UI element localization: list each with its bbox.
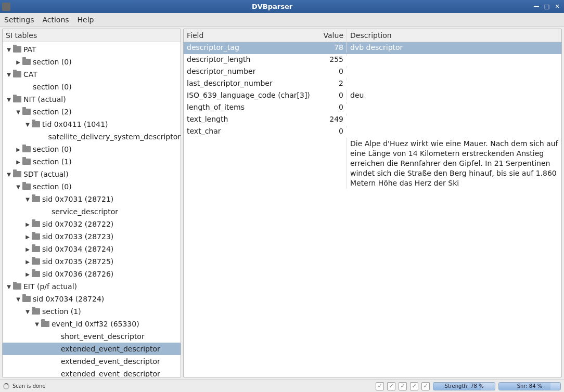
- chevron-down-icon: ▼: [6, 72, 12, 77]
- folder-icon: [32, 121, 40, 127]
- detail-table[interactable]: descriptor_tag78dvb descriptordescriptor…: [184, 42, 561, 377]
- cell-field: descriptor_tag: [184, 42, 318, 53]
- tree-node[interactable]: ▼SDT (actual): [3, 168, 181, 180]
- close-button[interactable]: ✕: [553, 3, 562, 10]
- tree-node[interactable]: ▶section (0): [3, 143, 181, 155]
- chevron-down-icon: ▼: [34, 321, 40, 327]
- check-2[interactable]: ✓: [387, 382, 395, 390]
- cell-desc: [347, 54, 561, 56]
- folder-icon: [32, 233, 40, 240]
- tree-label: sid 0x7033 (28723): [42, 232, 113, 241]
- folder-icon: [22, 296, 31, 302]
- tree-node[interactable]: ▼sid 0x7034 (28724): [3, 293, 181, 305]
- tree-label: EIT (p/f actual): [23, 282, 77, 291]
- tree-label: sid 0x7032 (28722): [42, 220, 113, 228]
- tree-label: section (1): [33, 158, 72, 166]
- chevron-down-icon: ▼: [6, 284, 12, 290]
- tree-label: sid 0x7034 (28724): [33, 295, 104, 303]
- folder-icon: [22, 146, 31, 152]
- tree-label: extended_event_descriptor: [61, 345, 160, 353]
- tree-node[interactable]: ▼section (0): [3, 180, 181, 193]
- tree-node[interactable]: extended_event_descriptor: [3, 355, 181, 368]
- tree-node[interactable]: service_descriptor: [3, 205, 181, 218]
- tree-label: tid 0x0411 (1041): [42, 120, 108, 128]
- chevron-down-icon: ▼: [24, 309, 31, 315]
- tree-node[interactable]: extended_event_descriptor: [3, 368, 181, 377]
- chevron-right-icon: ▶: [15, 147, 21, 152]
- check-4[interactable]: ✓: [410, 382, 418, 390]
- tree-label: section (0): [33, 182, 72, 191]
- tree-node[interactable]: ▼section (2): [3, 106, 181, 118]
- cell-value: 0: [318, 126, 347, 136]
- tree-node[interactable]: extended_event_descriptor: [3, 343, 181, 355]
- tree-node[interactable]: ▼EIT (p/f actual): [3, 280, 181, 293]
- tree-label: section (2): [33, 108, 72, 116]
- maximize-button[interactable]: □: [542, 3, 552, 10]
- chevron-right-icon: ▶: [15, 159, 21, 165]
- cell-desc: [347, 126, 561, 128]
- chevron-down-icon: ▼: [6, 172, 12, 177]
- cell-field: length_of_items: [184, 102, 318, 112]
- tree-label: short_event_descriptor: [61, 332, 145, 341]
- tree-node[interactable]: ▶section (1): [3, 155, 181, 168]
- long-description: Die Alpe d'Huez wirkt wie eine Mauer. Na…: [347, 138, 561, 189]
- status-checks: ✓ ✓ ✓ ✓ ✓: [376, 382, 430, 390]
- tree-node[interactable]: ▶sid 0x7033 (28723): [3, 230, 181, 243]
- table-row[interactable]: text_length249: [184, 114, 561, 126]
- cell-desc: [347, 66, 561, 68]
- tree-node[interactable]: ▶sid 0x7032 (28722): [3, 218, 181, 230]
- table-row[interactable]: ISO_639_language_code (char[3])0deu: [184, 90, 561, 102]
- folder-icon: [32, 196, 40, 202]
- cell-desc: deu: [347, 90, 561, 100]
- menu-actions[interactable]: Actions: [42, 16, 69, 24]
- menubar: Settings Actions Help: [0, 13, 564, 27]
- tree-label: NIT (actual): [23, 95, 66, 103]
- check-5[interactable]: ✓: [421, 382, 430, 390]
- check-3[interactable]: ✓: [399, 382, 407, 390]
- menu-settings[interactable]: Settings: [4, 16, 34, 24]
- tree-node[interactable]: ▼event_id 0xff32 (65330): [3, 318, 181, 330]
- check-1[interactable]: ✓: [376, 382, 384, 390]
- tree-node[interactable]: ▼sid 0x7031 (28721): [3, 193, 181, 205]
- tree-node[interactable]: ▼CAT: [3, 68, 181, 81]
- tree-node[interactable]: ▶sid 0x7034 (28724): [3, 243, 181, 255]
- tree-node[interactable]: ▶sid 0x7036 (28726): [3, 268, 181, 280]
- cell-field: text_length: [184, 114, 318, 124]
- tree-node[interactable]: ▼NIT (actual): [3, 93, 181, 106]
- tree-header: SI tables: [3, 29, 181, 42]
- minimize-button[interactable]: —: [532, 3, 541, 10]
- folder-icon: [13, 46, 21, 53]
- folder-icon: [13, 171, 21, 177]
- tree-label: sid 0x7034 (28724): [42, 245, 113, 253]
- si-tree[interactable]: ▼PAT▶section (0)▼CATsection (0)▼NIT (act…: [3, 42, 181, 377]
- chevron-down-icon: ▼: [15, 184, 21, 190]
- cell-field: descriptor_length: [184, 54, 318, 64]
- table-row[interactable]: descriptor_tag78dvb descriptor: [184, 42, 561, 54]
- table-row[interactable]: descriptor_number0: [184, 66, 561, 78]
- tree-node[interactable]: short_event_descriptor: [3, 330, 181, 343]
- folder-icon: [22, 159, 31, 165]
- tree-node[interactable]: ▼PAT: [3, 43, 181, 56]
- cell-field: ISO_639_language_code (char[3]): [184, 90, 318, 100]
- tree-label: SDT (actual): [23, 170, 69, 178]
- chevron-down-icon: ▼: [24, 122, 31, 127]
- tree-label: section (0): [33, 145, 72, 153]
- tree-label: extended_event_descriptor: [61, 370, 160, 377]
- folder-icon: [22, 109, 31, 115]
- folder-icon: [32, 308, 40, 315]
- tree-node[interactable]: satellite_delivery_system_descriptor: [3, 130, 181, 143]
- tree-node[interactable]: ▶sid 0x7035 (28725): [3, 255, 181, 268]
- statusbar: Scan is done ✓ ✓ ✓ ✓ ✓ Strength: 78 % Sn…: [0, 380, 564, 392]
- content-area: SI tables ▼PAT▶section (0)▼CATsection (0…: [0, 27, 564, 380]
- tree-node[interactable]: section (0): [3, 81, 181, 93]
- tree-node[interactable]: ▼section (1): [3, 305, 181, 318]
- table-row[interactable]: text_char0: [184, 126, 561, 138]
- tree-node[interactable]: ▼tid 0x0411 (1041): [3, 118, 181, 130]
- titlebar: DVBparser — □ ✕: [0, 0, 564, 13]
- chevron-right-icon: ▶: [24, 234, 31, 240]
- tree-node[interactable]: ▶section (0): [3, 56, 181, 68]
- table-row[interactable]: length_of_items0: [184, 102, 561, 114]
- table-row[interactable]: descriptor_length255: [184, 54, 561, 66]
- table-row[interactable]: last_descriptor_number2: [184, 78, 561, 90]
- menu-help[interactable]: Help: [78, 16, 94, 24]
